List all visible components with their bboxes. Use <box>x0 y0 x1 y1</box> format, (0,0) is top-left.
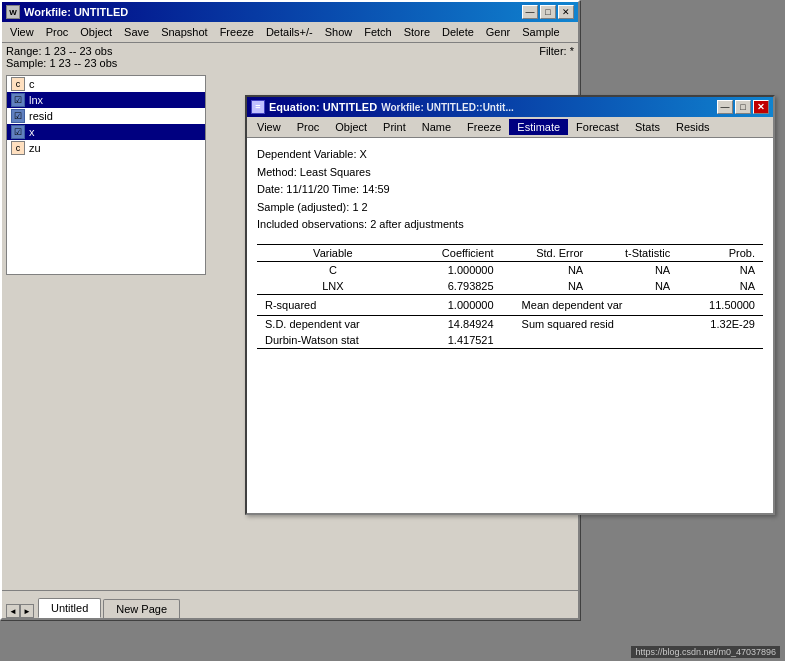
range-info: Range: 1 23 -- 23 obs <box>6 45 117 57</box>
stats-row-3: Durbin-Watson stat 1.417521 <box>257 332 763 349</box>
table-header-row: Variable Coefficient Std. Error t-Statis… <box>257 244 763 261</box>
stat-rsq-val: 1.000000 <box>409 294 502 315</box>
var-c-label: c <box>29 78 35 90</box>
cell-var-lnx: LNX <box>257 278 409 295</box>
eq-close-btn[interactable]: ✕ <box>753 100 769 114</box>
eq-menu-view[interactable]: View <box>249 119 289 135</box>
watermark: https://blog.csdn.net/m0_47037896 <box>631 646 780 658</box>
workfile-close-btn[interactable]: ✕ <box>558 5 574 19</box>
eq-title-buttons: — □ ✕ <box>717 100 769 114</box>
eq-title-left: = Equation: UNTITLED Workfile: UNTITLED:… <box>251 100 514 114</box>
menu-proc[interactable]: Proc <box>40 24 75 40</box>
eq-menu-forecast[interactable]: Forecast <box>568 119 627 135</box>
stat-meandep-label: Mean dependent var <box>502 294 679 315</box>
eq-menu-stats[interactable]: Stats <box>627 119 668 135</box>
eq-method: Method: Least Squares <box>257 164 763 182</box>
cell-var-c: C <box>257 261 409 278</box>
equation-window: = Equation: UNTITLED Workfile: UNTITLED:… <box>245 95 775 515</box>
var-resid-label: resid <box>29 110 53 122</box>
eq-observations: Included observations: 2 after adjustmen… <box>257 216 763 234</box>
eq-icon: = <box>251 100 265 114</box>
filter-label: Filter: <box>539 45 567 57</box>
workfile-minimize-btn[interactable]: — <box>522 5 538 19</box>
col-variable: Variable <box>257 244 409 261</box>
cell-prob-c: NA <box>678 261 763 278</box>
range-label: Range: <box>6 45 41 57</box>
equation-menu-bar: View Proc Object Print Name Freeze Estim… <box>247 117 773 138</box>
stats-row-1: R-squared 1.000000 Mean dependent var 11… <box>257 294 763 315</box>
eq-workfile-ref: Workfile: UNTITLED::Untit... <box>381 102 514 113</box>
workfile-info-right: Filter: * <box>539 45 574 69</box>
stat-rsq-label: R-squared <box>257 294 409 315</box>
menu-fetch[interactable]: Fetch <box>358 24 398 40</box>
range-value: 1 23 -- 23 obs <box>45 45 113 57</box>
col-tstat: t-Statistic <box>591 244 678 261</box>
equation-content: Dependent Variable: X Method: Least Squa… <box>247 138 773 357</box>
menu-object[interactable]: Object <box>74 24 118 40</box>
menu-save[interactable]: Save <box>118 24 155 40</box>
tab-next-btn[interactable]: ► <box>20 604 34 618</box>
equation-titlebar: = Equation: UNTITLED Workfile: UNTITLED:… <box>247 97 773 117</box>
menu-snapshot[interactable]: Snapshot <box>155 24 213 40</box>
var-resid[interactable]: ☑ resid <box>7 108 205 124</box>
eq-minimize-btn[interactable]: — <box>717 100 733 114</box>
tab-new-page[interactable]: New Page <box>103 599 180 618</box>
workfile-title: Workfile: UNTITLED <box>24 6 128 18</box>
eq-dep-var: Dependent Variable: X <box>257 146 763 164</box>
eq-menu-freeze[interactable]: Freeze <box>459 119 509 135</box>
var-c-icon: c <box>11 77 25 91</box>
stat-sddep-val: 14.84924 <box>409 315 502 332</box>
tab-untitled[interactable]: Untitled <box>38 598 101 618</box>
var-x-label: x <box>29 126 35 138</box>
stat-ssr-val: 1.32E-29 <box>678 315 763 332</box>
workfile-titlebar: W Workfile: UNTITLED — □ ✕ <box>2 2 578 22</box>
eq-sample: Sample (adjusted): 1 2 <box>257 199 763 217</box>
var-zu-icon: c <box>11 141 25 155</box>
tab-nav: ◄ ► <box>6 604 34 618</box>
eq-maximize-btn[interactable]: □ <box>735 100 751 114</box>
sample-value: 1 23 -- 23 obs <box>49 57 117 69</box>
menu-view[interactable]: View <box>4 24 40 40</box>
menu-show[interactable]: Show <box>319 24 359 40</box>
table-row: LNX 6.793825 NA NA NA <box>257 278 763 295</box>
workfile-maximize-btn[interactable]: □ <box>540 5 556 19</box>
filter-value: * <box>570 45 574 57</box>
equation-info: Dependent Variable: X Method: Least Squa… <box>257 146 763 234</box>
var-zu[interactable]: c zu <box>7 140 205 156</box>
menu-genr[interactable]: Genr <box>480 24 516 40</box>
menu-freeze[interactable]: Freeze <box>214 24 260 40</box>
cell-se-c: NA <box>502 261 592 278</box>
eq-menu-resids[interactable]: Resids <box>668 119 718 135</box>
tab-bar: ◄ ► Untitled New Page <box>2 590 578 618</box>
stat-sddep-label: S.D. dependent var <box>257 315 409 332</box>
eq-menu-estimate[interactable]: Estimate <box>509 119 568 135</box>
col-prob: Prob. <box>678 244 763 261</box>
eq-date: Date: 11/11/20 Time: 14:59 <box>257 181 763 199</box>
tab-prev-btn[interactable]: ◄ <box>6 604 20 618</box>
sample-label: Sample: <box>6 57 46 69</box>
menu-details[interactable]: Details+/- <box>260 24 319 40</box>
menu-delete[interactable]: Delete <box>436 24 480 40</box>
menu-store[interactable]: Store <box>398 24 436 40</box>
col-coefficient: Coefficient <box>409 244 502 261</box>
menu-sample[interactable]: Sample <box>516 24 565 40</box>
workfile-title-buttons: — □ ✕ <box>522 5 574 19</box>
var-x-icon: ☑ <box>11 125 25 139</box>
eq-title: Equation: UNTITLED <box>269 101 377 113</box>
cell-t-lnx: NA <box>591 278 678 295</box>
results-table: Variable Coefficient Std. Error t-Statis… <box>257 244 763 349</box>
eq-menu-print[interactable]: Print <box>375 119 414 135</box>
eq-menu-proc[interactable]: Proc <box>289 119 328 135</box>
var-lnx[interactable]: ☑ lnx <box>7 92 205 108</box>
stats-row-2: S.D. dependent var 14.84924 Sum squared … <box>257 315 763 332</box>
var-c[interactable]: c c <box>7 76 205 92</box>
cell-t-c: NA <box>591 261 678 278</box>
var-resid-icon: ☑ <box>11 109 25 123</box>
variable-list[interactable]: c c ☑ lnx ☑ resid ☑ x c zu <box>6 75 206 275</box>
workfile-info-bar: Range: 1 23 -- 23 obs Sample: 1 23 -- 23… <box>2 43 578 71</box>
var-x[interactable]: ☑ x <box>7 124 205 140</box>
eq-menu-object[interactable]: Object <box>327 119 375 135</box>
stat-dw-label: Durbin-Watson stat <box>257 332 409 349</box>
workfile-icon: W <box>6 5 20 19</box>
eq-menu-name[interactable]: Name <box>414 119 459 135</box>
